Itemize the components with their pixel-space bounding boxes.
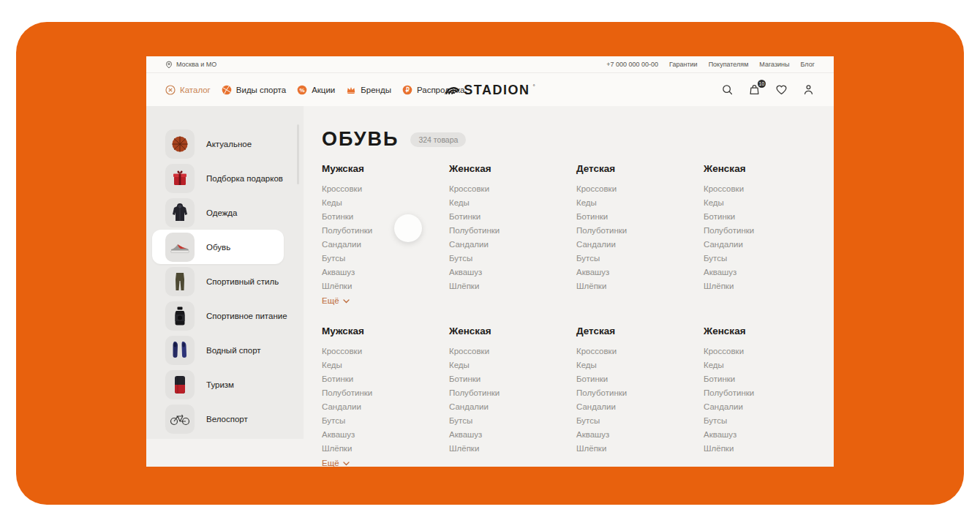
more-link[interactable]: Ещё: [322, 296, 350, 305]
nav-item-close-circle[interactable]: Каталог: [165, 85, 211, 95]
sidebar-item-bottle[interactable]: Спортивное питание: [146, 298, 304, 333]
menu-link[interactable]: Сандалии: [322, 400, 449, 414]
logo[interactable]: STADION °: [445, 83, 535, 97]
menu-link[interactable]: Ботинки: [322, 210, 449, 224]
phone-number[interactable]: +7 000 000 00-00: [606, 61, 658, 68]
menu-column-title[interactable]: Детская: [576, 163, 704, 174]
menu-link[interactable]: Шлёпки: [576, 279, 704, 293]
menu-link[interactable]: Кеды: [449, 196, 576, 210]
menu-column-title[interactable]: Женская: [704, 326, 831, 336]
menu-link[interactable]: Полуботинки: [449, 386, 576, 400]
sidebar-item-sleeping-bag[interactable]: Туризм: [146, 367, 304, 402]
menu-link[interactable]: Ботинки: [449, 372, 576, 386]
menu-link[interactable]: Кроссовки: [322, 182, 449, 196]
menu-link[interactable]: Полуботинки: [576, 386, 704, 400]
menu-link[interactable]: Кроссовки: [449, 182, 576, 196]
menu-link[interactable]: Полуботинки: [576, 224, 704, 238]
menu-link[interactable]: Кеды: [322, 196, 449, 210]
menu-link[interactable]: Бутсы: [322, 414, 449, 428]
menu-link[interactable]: Кроссовки: [704, 182, 831, 196]
menu-link[interactable]: Аквашуз: [449, 266, 576, 279]
menu-link[interactable]: Бутсы: [449, 414, 576, 428]
menu-link[interactable]: Сандалии: [704, 238, 831, 252]
menu-link[interactable]: Бутсы: [576, 252, 704, 266]
menu-link[interactable]: Кеды: [449, 358, 576, 372]
nav-item-percent[interactable]: %Акции: [297, 85, 335, 95]
menu-column-title[interactable]: Мужская: [322, 163, 449, 174]
topbar-link-2[interactable]: Магазины: [759, 61, 789, 68]
sidebar-scrollbar[interactable]: [297, 124, 299, 184]
menu-link[interactable]: Аквашуз: [322, 266, 449, 279]
account-icon[interactable]: [802, 83, 815, 96]
menu-link[interactable]: Кеды: [704, 358, 831, 372]
menu-link[interactable]: Аквашуз: [449, 428, 576, 442]
menu-link[interactable]: Сандалии: [449, 238, 576, 252]
menu-link[interactable]: Шлёпки: [322, 442, 449, 456]
menu-link[interactable]: Шлёпки: [576, 442, 704, 456]
menu-link[interactable]: Шлёпки: [449, 442, 576, 456]
sidebar-item-label: Актуальное: [206, 140, 252, 148]
menu-link[interactable]: Кеды: [576, 196, 704, 210]
menu-link[interactable]: Кроссовки: [576, 182, 704, 196]
menu-link[interactable]: Полуботинки: [322, 386, 449, 400]
sidebar-item-pants[interactable]: Спортивный стиль: [146, 264, 304, 298]
menu-link[interactable]: Сандалии: [449, 400, 576, 414]
menu-link[interactable]: Аквашуз: [576, 428, 704, 442]
search-icon[interactable]: [721, 83, 734, 96]
nav-item-crown[interactable]: Бренды: [346, 85, 391, 95]
topbar-link-0[interactable]: Гарантии: [669, 61, 698, 68]
more-link[interactable]: Ещё: [322, 459, 350, 467]
menu-link[interactable]: Кеды: [704, 196, 831, 210]
menu-link[interactable]: Ботинки: [322, 372, 449, 386]
menu-link[interactable]: Кеды: [576, 358, 704, 372]
menu-link[interactable]: Шлёпки: [704, 279, 831, 293]
sidebar-item-sneaker[interactable]: Обувь: [152, 230, 284, 264]
menu-column-title[interactable]: Детская: [576, 326, 704, 336]
menu-link[interactable]: Аквашуз: [322, 428, 449, 442]
menu-column-title[interactable]: Женская: [704, 163, 831, 174]
menu-link[interactable]: Полуботинки: [704, 224, 831, 238]
menu-link[interactable]: Ботинки: [704, 372, 831, 386]
location-selector[interactable]: Москва и МО: [165, 61, 216, 69]
menu-link[interactable]: Ботинки: [449, 210, 576, 224]
topbar-link-1[interactable]: Покупателям: [709, 61, 749, 68]
menu-link[interactable]: Ботинки: [704, 210, 831, 224]
menu-link[interactable]: Шлёпки: [322, 279, 449, 293]
menu-link[interactable]: Бутсы: [704, 252, 831, 266]
nav-item-ball[interactable]: Виды спорта: [222, 85, 286, 95]
menu-link[interactable]: Полуботинки: [704, 386, 831, 400]
menu-link[interactable]: Кеды: [322, 358, 449, 372]
sidebar-item-basketball[interactable]: Актуальное: [146, 127, 304, 161]
menu-link[interactable]: Полуботинки: [322, 224, 449, 238]
menu-link[interactable]: Ботинки: [576, 210, 704, 224]
menu-link[interactable]: Шлёпки: [449, 279, 576, 293]
menu-link[interactable]: Кроссовки: [704, 345, 831, 358]
menu-link[interactable]: Бутсы: [576, 414, 704, 428]
menu-link[interactable]: Сандалии: [576, 238, 704, 252]
menu-link[interactable]: Бутсы: [322, 252, 449, 266]
topbar-link-3[interactable]: Блог: [801, 61, 815, 68]
sidebar-item-bicycle[interactable]: Велоспорт: [146, 402, 304, 436]
favorites-heart-icon[interactable]: [775, 83, 788, 96]
menu-link[interactable]: Аквашуз: [704, 428, 831, 442]
menu-link[interactable]: Сандалии: [704, 400, 831, 414]
menu-link[interactable]: Ботинки: [576, 372, 704, 386]
menu-link[interactable]: Кроссовки: [576, 345, 704, 358]
menu-link[interactable]: Бутсы: [704, 414, 831, 428]
menu-link[interactable]: Кроссовки: [322, 345, 449, 358]
menu-link[interactable]: Бутсы: [449, 252, 576, 266]
menu-link[interactable]: Полуботинки: [449, 224, 576, 238]
menu-link[interactable]: Аквашуз: [576, 266, 704, 279]
sidebar-item-jacket[interactable]: Одежда: [146, 195, 304, 230]
menu-column-title[interactable]: Женская: [449, 326, 576, 336]
menu-link[interactable]: Сандалии: [576, 400, 704, 414]
menu-column-title[interactable]: Мужская: [322, 326, 449, 336]
menu-link[interactable]: Сандалии: [322, 238, 449, 252]
cart-icon[interactable]: 10: [748, 83, 761, 96]
menu-link[interactable]: Аквашуз: [704, 266, 831, 279]
menu-link[interactable]: Шлёпки: [704, 442, 831, 456]
menu-column-title[interactable]: Женская: [449, 163, 576, 174]
sidebar-item-fins[interactable]: Водный спорт: [146, 333, 304, 367]
sidebar-item-gift[interactable]: Подборка подарков: [146, 161, 304, 195]
menu-link[interactable]: Кроссовки: [449, 345, 576, 358]
